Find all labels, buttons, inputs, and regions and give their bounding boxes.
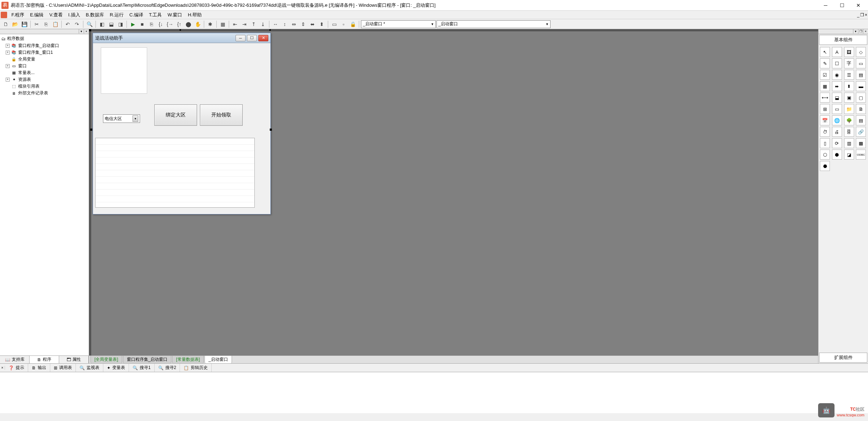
- debug1-icon[interactable]: ⎘: [147, 20, 156, 28]
- comp34-icon[interactable]: ⟳: [832, 138, 842, 148]
- same-height-icon[interactable]: ⬍: [317, 20, 326, 28]
- form-body[interactable]: 电信大区 ▼ 绑定大区 开始领取: [93, 43, 270, 214]
- panel-restore-icon[interactable]: ❐: [858, 29, 863, 33]
- mdi-restore[interactable]: ❐: [860, 12, 864, 17]
- hscroll-icon[interactable]: ⬌: [832, 81, 842, 91]
- btab-vars[interactable]: ✦变量表: [103, 364, 129, 372]
- file-icon[interactable]: 🗎: [856, 104, 866, 114]
- maximize-button[interactable]: ☐: [834, 0, 850, 11]
- cut-icon[interactable]: ✂: [32, 20, 41, 28]
- print-icon[interactable]: 🖨: [832, 127, 842, 137]
- space-v-icon[interactable]: ↕: [280, 20, 289, 28]
- panel-close-icon[interactable]: ×: [84, 29, 89, 33]
- minimize-button[interactable]: ─: [817, 0, 834, 11]
- menu-insert[interactable]: I.插入: [66, 11, 83, 19]
- db-icon[interactable]: 🗄: [844, 127, 854, 137]
- form-minimize-button[interactable]: ─: [236, 35, 246, 41]
- tree-item[interactable]: +📚窗口程序集_启动窗口: [1, 42, 88, 49]
- label-icon[interactable]: A: [832, 47, 842, 57]
- listbox-icon[interactable]: ▦: [820, 81, 830, 91]
- panel2-icon[interactable]: ⬓: [107, 20, 115, 28]
- extended-components-label[interactable]: 扩展组件: [819, 353, 867, 363]
- tree-root[interactable]: 🗂 程序数据: [1, 35, 88, 42]
- slider-icon[interactable]: ⟷: [820, 93, 830, 103]
- expand-icon[interactable]: +: [6, 44, 10, 48]
- btab-search2[interactable]: 🔍搜寻2: [155, 364, 180, 372]
- design-picturebox[interactable]: [101, 47, 147, 94]
- output-area[interactable]: [0, 372, 868, 413]
- checkbox-icon[interactable]: ☑: [820, 70, 830, 80]
- same-width-icon[interactable]: ⬌: [308, 20, 317, 28]
- design-combobox[interactable]: 电信大区 ▼: [103, 114, 140, 123]
- comp37-icon[interactable]: ⬡: [820, 150, 830, 160]
- tab-icon[interactable]: ⬓: [832, 93, 842, 103]
- align-right-icon[interactable]: ⇥: [240, 20, 249, 28]
- menu-database[interactable]: B.数据库: [83, 11, 107, 19]
- panel-pin-icon[interactable]: ▾: [79, 29, 84, 33]
- comp41-icon[interactable]: ⬣: [820, 161, 830, 171]
- run-icon[interactable]: ▶: [129, 20, 137, 28]
- btab-search1[interactable]: 🔍搜寻1: [129, 364, 155, 372]
- btab-tips[interactable]: ❓提示: [5, 364, 28, 372]
- mdi-close[interactable]: ×: [865, 12, 867, 17]
- new-icon[interactable]: 🗋: [1, 20, 10, 28]
- program-tree[interactable]: 🗂 程序数据 +📚窗口程序集_启动窗口 +📚窗口程序集_窗口1 🔒全局变量 +▭…: [0, 34, 89, 355]
- align-bottom-icon[interactable]: ⤓: [259, 20, 267, 28]
- menu-window[interactable]: W.窗口: [165, 11, 185, 19]
- shape-icon[interactable]: ◇: [856, 47, 866, 57]
- menu-program[interactable]: F.程序: [9, 11, 27, 19]
- folder-icon[interactable]: 📁: [844, 104, 854, 114]
- step-over-icon[interactable]: {→: [166, 20, 174, 28]
- tree-item[interactable]: 🔒全局变量: [1, 56, 88, 63]
- panel-icon[interactable]: ▢: [856, 93, 866, 103]
- design-canvas[interactable]: 逆战活动助手 ─ ☐ ✕ 电信大区 ▼ 绑定大区 开始领取: [89, 29, 818, 355]
- expand-icon[interactable]: +: [6, 64, 10, 68]
- paste-icon[interactable]: 📋: [51, 20, 60, 28]
- space-h-icon[interactable]: ↔: [271, 20, 280, 28]
- design-form[interactable]: 逆战活动助手 ─ ☐ ✕ 电信大区 ▼ 绑定大区 开始领取: [93, 33, 271, 214]
- tree-item[interactable]: ⬚模块引用表: [1, 83, 88, 90]
- tree-item[interactable]: ▦常量表...: [1, 69, 88, 76]
- comp33-icon[interactable]: ▯: [820, 138, 830, 148]
- tree-item[interactable]: +✦资源表: [1, 76, 88, 83]
- copy-icon[interactable]: ⎘: [42, 20, 50, 28]
- menu-view[interactable]: V.查看: [46, 11, 65, 19]
- undo-icon[interactable]: ↶: [63, 20, 72, 28]
- tab-global-vars[interactable]: [全局变量表]: [91, 355, 122, 363]
- window-combo-2[interactable]: _启动窗口 ▼: [436, 20, 551, 28]
- close-button[interactable]: ✕: [850, 0, 867, 11]
- tab-startup-window[interactable]: _启动窗口: [205, 355, 232, 363]
- tree-icon[interactable]: 🌳: [844, 115, 854, 125]
- tab-window-set[interactable]: 窗口程序集_启动窗口: [123, 355, 172, 363]
- btab-output[interactable]: 🗎输出: [28, 364, 50, 372]
- design-listbox[interactable]: [95, 138, 255, 208]
- menu-help[interactable]: H.帮助: [185, 11, 205, 19]
- panel3-icon[interactable]: ◨: [116, 20, 125, 28]
- pointer-icon[interactable]: ↖: [820, 47, 830, 57]
- combo-icon[interactable]: ▤: [856, 70, 866, 80]
- tree-item[interactable]: +📚窗口程序集_窗口1: [1, 49, 88, 56]
- form-titlebar[interactable]: 逆战活动助手 ─ ☐ ✕: [93, 33, 270, 43]
- panel1-icon[interactable]: ◧: [98, 20, 106, 28]
- net-icon[interactable]: 🔗: [856, 127, 866, 137]
- form-close-button[interactable]: ✕: [258, 35, 268, 41]
- odbc-icon[interactable]: ODBC: [856, 150, 866, 160]
- btab-watch[interactable]: 🔍监视表: [76, 364, 103, 372]
- globe-icon[interactable]: 🌐: [832, 115, 842, 125]
- tree-item[interactable]: +▭窗口: [1, 63, 88, 69]
- center-h-icon[interactable]: ⇔: [290, 20, 298, 28]
- center-v-icon[interactable]: ⇕: [299, 20, 308, 28]
- timer-icon[interactable]: ⏱: [820, 127, 830, 137]
- frame-icon[interactable]: ▣: [844, 93, 854, 103]
- lock-icon[interactable]: 🔒: [348, 20, 357, 28]
- open-icon[interactable]: 📂: [11, 20, 19, 28]
- cn-icon[interactable]: 字: [844, 58, 854, 68]
- grid-icon[interactable]: ⊞: [820, 104, 830, 114]
- window-combo-1[interactable]: _启动窗口 * ▼: [361, 20, 436, 28]
- breakpoint-icon[interactable]: ⬤: [184, 20, 193, 28]
- stop-icon[interactable]: ■: [138, 20, 146, 28]
- panel-close-icon[interactable]: ×: [863, 29, 868, 33]
- menu-tools[interactable]: T.工具: [146, 11, 165, 19]
- panel-pin-icon[interactable]: ▾: [853, 29, 858, 33]
- menu-compile[interactable]: C.编译: [126, 11, 146, 19]
